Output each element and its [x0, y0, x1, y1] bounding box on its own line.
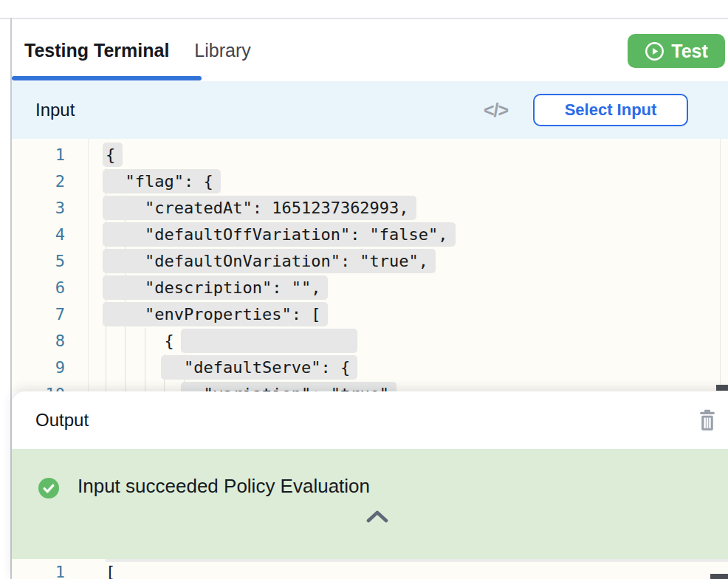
code-lines: 1 { 2 "flag": { 3 "createdAt": 165123736… — [12, 142, 728, 391]
output-code-editor[interactable]: 1 [ — [12, 559, 728, 579]
selection-highlight: "defaultOffVariation": "false", — [103, 222, 456, 247]
code-line: 6 "description": "", — [12, 275, 728, 301]
output-panel: Output — [12, 391, 728, 579]
selection-highlight: { — [103, 143, 123, 167]
code-line: 5 "defaultOnVariation": "true", — [12, 248, 728, 275]
play-circle-icon — [645, 41, 665, 61]
line-number: 9 — [12, 354, 65, 381]
code-line: 3 "createdAt": 1651237362993, — [12, 195, 728, 222]
clear-output-button[interactable] — [697, 408, 718, 432]
tab-testing-terminal[interactable]: Testing Terminal — [24, 40, 169, 61]
code-line: 1 [ — [12, 559, 728, 579]
line-number: 3 — [12, 195, 65, 222]
code-line: 7 "envProperties": [ — [12, 301, 728, 328]
selection-highlight: "createdAt": 1651237362993, — [103, 196, 416, 220]
line-number: 2 — [12, 168, 65, 195]
line-number: 10 — [12, 381, 65, 391]
input-section-header: Input </> Select Input — [12, 81, 728, 139]
tab-bar: Testing Terminal Library Test — [12, 19, 728, 81]
selection-highlight: "defaultOnVariation": "true", — [103, 249, 436, 273]
line-number: 5 — [12, 248, 65, 275]
test-button-label: Test — [671, 41, 708, 62]
test-button[interactable]: Test — [628, 34, 725, 68]
scrollbar-thumb[interactable] — [716, 385, 728, 391]
collapse-output-button[interactable] — [364, 508, 391, 526]
input-title: Input — [35, 100, 75, 120]
line-number: 6 — [12, 275, 65, 301]
active-tab-underline — [12, 76, 202, 80]
code-line: 2 "flag": { — [12, 168, 728, 195]
line-number: 1 — [12, 559, 65, 579]
code-text — [106, 358, 164, 377]
code-text — [106, 385, 184, 391]
line-number: 4 — [12, 222, 65, 248]
line-number: 7 — [12, 301, 65, 328]
line-number: 8 — [12, 328, 65, 354]
code-line: 1 { — [12, 142, 728, 168]
code-text: { — [106, 332, 184, 350]
selection-highlight: "variation": "true" — [181, 382, 396, 391]
chevron-up-icon — [365, 515, 390, 527]
vertical-scrollbar[interactable] — [720, 139, 728, 391]
output-editor-top-track — [106, 559, 728, 562]
selection-highlight: "flag": { — [103, 169, 221, 193]
code-text: [ — [65, 559, 115, 579]
input-code-editor[interactable]: 1 { 2 "flag": { 3 "createdAt": 165123736… — [12, 139, 728, 391]
check-circle-icon — [38, 477, 60, 502]
code-line: 8 { — [12, 328, 728, 354]
selection-highlight: "defaultServe": { — [161, 355, 357, 380]
scrollbar-thumb[interactable] — [710, 574, 728, 579]
selection-highlight: "envProperties": [ — [103, 302, 328, 326]
select-input-button[interactable]: Select Input — [533, 94, 688, 126]
code-line: 4 "defaultOffVariation": "false", — [12, 222, 728, 248]
code-view-icon[interactable]: </> — [484, 81, 508, 139]
output-section-header: Output — [12, 391, 728, 449]
output-title: Output — [35, 410, 89, 431]
code-line: 10 "variation": "true" — [12, 381, 728, 391]
selection-highlight — [181, 329, 357, 353]
tab-library[interactable]: Library — [194, 40, 250, 61]
success-banner: Input succeeded Policy Evaluation — [12, 449, 728, 559]
success-message: Input succeeded Policy Evaluation — [78, 475, 370, 498]
testing-terminal-panel: Testing Terminal Library Test Input </> … — [0, 0, 728, 579]
line-number: 1 — [12, 142, 65, 168]
trash-icon — [697, 423, 718, 434]
code-line: 9 "defaultServe": { — [12, 354, 728, 381]
selection-highlight: "description": "", — [103, 275, 328, 300]
